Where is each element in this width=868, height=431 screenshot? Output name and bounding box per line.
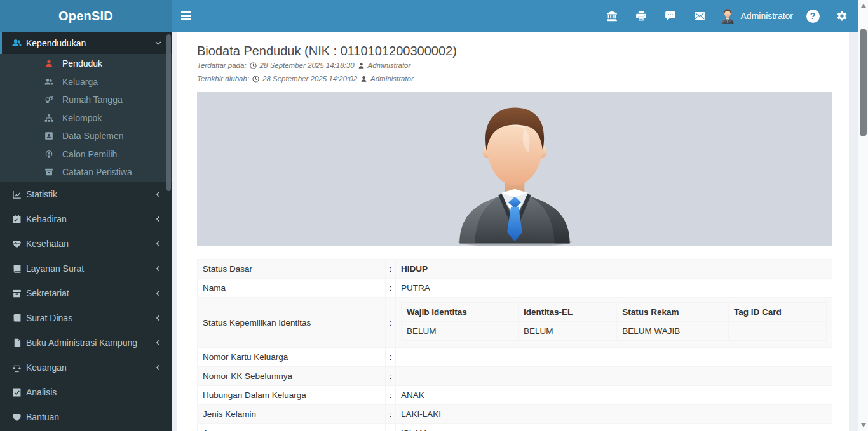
sidebar-item-label: Catatan Peristiwa — [62, 167, 132, 177]
sidebar-item-label: Kelompok — [62, 113, 102, 123]
settings-button[interactable] — [827, 0, 857, 32]
hamburger-icon — [181, 11, 191, 13]
businessman-avatar — [449, 95, 580, 246]
calendar-check-icon — [12, 215, 22, 224]
biodata-colon: : — [386, 260, 396, 279]
sidebar-item-label: Keluarga — [62, 77, 98, 87]
user-name: Administrator — [741, 11, 793, 21]
sidebar-toggle-button[interactable] — [172, 0, 200, 32]
angle-left-icon — [154, 364, 162, 371]
scrollbar-thumb[interactable] — [860, 29, 867, 136]
sidebar-item-penduduk[interactable]: Penduduk — [0, 55, 172, 73]
angle-left-icon — [154, 339, 162, 347]
angle-left-icon — [154, 314, 162, 322]
balance-scale-icon — [12, 363, 22, 373]
sidebar-item-keuangan[interactable]: Keuangan — [0, 355, 172, 380]
biodata-colon: : — [386, 424, 396, 431]
sidebar-item-bantuan[interactable]: Bantuan — [0, 405, 172, 430]
identity-col-header: Status Rekam — [617, 303, 729, 322]
sidebar-item-label: Rumah Tangga — [62, 95, 123, 105]
identity-col-value: BELUM WAJIB — [617, 322, 729, 341]
identity-col-header: Tag ID Card — [729, 303, 827, 322]
help-button[interactable]: ? — [798, 0, 827, 32]
sidebar-item-rumah-tangga[interactable]: Rumah Tangga — [0, 91, 172, 109]
sidebar-item-kependudukan[interactable]: Kependudukan — [0, 32, 172, 54]
mail-button[interactable] — [685, 0, 714, 32]
biodata-value: PUTRA — [396, 279, 832, 298]
biodata-row: Jenis Kelamin:LAKI-LAKI — [198, 405, 832, 424]
sidebar-item-calon-pemilih[interactable]: Calon Pemilih — [0, 145, 172, 164]
biodata-colon: : — [386, 348, 396, 367]
content-area: Biodata Penduduk (NIK : 0110101200300002… — [172, 0, 858, 431]
sidebar-item-label: Calon Pemilih — [62, 149, 117, 159]
user-icon — [358, 62, 365, 69]
sidebar-item-label: Statistik — [26, 189, 57, 199]
biodata-label: Nomor KK Sebelumnya — [198, 367, 386, 386]
sidebar: KependudukanPendudukKeluargaRumah Tangga… — [0, 32, 172, 431]
sidebar-item-label: Sekretariat — [26, 288, 69, 298]
sidebar-item-kelompok[interactable]: Kelompok — [0, 109, 172, 128]
sidebar-item-analisis[interactable]: Analisis — [0, 380, 172, 405]
gear-icon — [836, 10, 848, 22]
updated-datetime: 28 September 2025 14:20:02 — [262, 75, 357, 83]
sidebar-item-data-suplemen[interactable]: Data Suplemen — [0, 127, 172, 145]
sidebar-item-layanan-surat[interactable]: Layanan Surat — [0, 256, 172, 281]
sidebar-item-keluarga[interactable]: Keluarga — [0, 73, 172, 91]
print-icon — [635, 10, 647, 22]
sidebar-item-kehadiran[interactable]: Kehadiran — [0, 207, 172, 232]
sidebar-item-label: Kependudukan — [26, 38, 86, 48]
sidebar-item-surat-dinas[interactable]: Surat Dinas — [0, 306, 172, 331]
heartbeat-icon — [12, 239, 22, 249]
app-logo[interactable]: OpenSID — [0, 0, 172, 32]
updated-label: Terakhir diubah: — [197, 75, 249, 83]
registered-datetime: 28 September 2025 14:18:30 — [260, 62, 355, 69]
biodata-label: Agama — [198, 424, 386, 431]
users-icon — [12, 38, 22, 48]
sidebar-item-statistik[interactable]: Statistik — [0, 182, 172, 207]
biodata-table: Status Dasar:HIDUPNama:PUTRAStatus Kepem… — [197, 259, 832, 431]
sitemap-icon — [44, 114, 53, 123]
biodata-value: ANAK — [396, 386, 832, 405]
sidebar-item-label: Data Suplemen — [62, 131, 124, 141]
venus-mars-icon — [44, 95, 53, 104]
scroll-down-arrow-icon[interactable] — [861, 423, 866, 427]
identity-col-header: Wajib Identitas — [402, 303, 519, 322]
biodata-colon: : — [386, 367, 396, 386]
angle-left-icon — [154, 240, 162, 248]
identity-col-header: Identitas-EL — [518, 303, 616, 322]
identity-col-value: BELUM — [402, 322, 519, 341]
clock-icon — [252, 76, 259, 83]
user-icon — [44, 59, 53, 68]
question-circle-icon: ? — [806, 10, 820, 23]
sidebar-item-buku-administrasi-kampung[interactable]: Buku Administrasi Kampung — [0, 331, 172, 355]
sidebar-submenu: PendudukKeluargaRumah TanggaKelompokData… — [0, 54, 172, 182]
sidebar-item-sekretariat[interactable]: Sekretariat — [0, 281, 172, 306]
sidebar-scrollbar[interactable] — [166, 34, 171, 191]
sidebar-item-catatan-peristiwa[interactable]: Catatan Peristiwa — [0, 163, 172, 182]
village-profile-button[interactable] — [597, 0, 627, 32]
comments-icon — [665, 10, 676, 22]
page-scrollbar[interactable] — [858, 0, 868, 431]
angle-left-icon — [154, 289, 162, 297]
book-icon — [12, 314, 22, 323]
messages-button[interactable] — [656, 0, 685, 32]
print-button[interactable] — [627, 0, 656, 32]
scroll-up-arrow-icon[interactable] — [861, 4, 866, 8]
page-title: Biodata Penduduk (NIK : 0110101200300002… — [197, 44, 832, 58]
biodata-row: Hubungan Dalam Keluarga:ANAK — [198, 386, 832, 405]
identity-col-value: BELUM — [518, 322, 616, 341]
user-menu[interactable]: Administrator — [714, 0, 798, 32]
users-icon — [44, 77, 53, 86]
biodata-colon: : — [386, 386, 396, 405]
sidebar-item-kesehatan[interactable]: Kesehatan — [0, 232, 172, 256]
biodata-value: LAKI-LAKI — [396, 405, 832, 424]
app-logo-text: OpenSID — [58, 9, 113, 23]
header-divider — [184, 90, 845, 90]
biodata-row: Agama:ISLAM — [198, 424, 832, 431]
registered-stamp: Terdaftar pada: 28 September 2025 14:18:… — [197, 62, 832, 69]
biodata-label: Nama — [198, 279, 386, 298]
biodata-panel: Biodata Penduduk (NIK : 0110101200300002… — [177, 32, 849, 431]
biodata-row: Status Dasar:HIDUP — [198, 260, 832, 279]
identity-value-row: BELUMBELUMBELUM WAJIB — [402, 322, 827, 341]
biodata-value — [396, 348, 832, 367]
